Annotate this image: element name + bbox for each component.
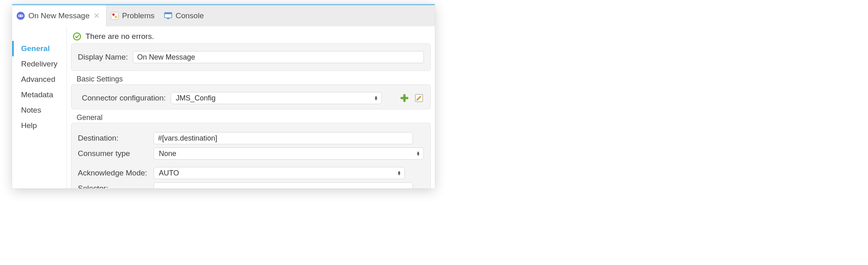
tab-problems[interactable]: Problems xyxy=(107,5,160,26)
sidebar-item-label: Metadata xyxy=(21,90,53,99)
connector-config-label: Connector configuration: xyxy=(82,94,166,103)
general-group: Destination: Consumer type None ▲▼ Ackno… xyxy=(71,123,431,188)
editor-panel: On New Message ✕ Problems Console Genera… xyxy=(12,4,435,188)
sidebar-item-label: Notes xyxy=(21,106,41,114)
destination-input[interactable] xyxy=(154,132,413,144)
svg-point-11 xyxy=(74,34,80,40)
basic-settings-group: Connector configuration: JMS_Config ▲▼ xyxy=(71,84,431,109)
select-value: JMS_Config xyxy=(176,94,216,103)
check-circle-icon xyxy=(73,32,81,41)
svg-point-5 xyxy=(112,13,115,16)
display-name-panel: Display Name: xyxy=(71,43,431,71)
main-content: There are no errors. Display Name: Basic… xyxy=(67,26,435,188)
console-icon xyxy=(164,12,172,20)
sidebar-item-label: Advanced xyxy=(21,75,56,83)
sidebar-item-redelivery[interactable]: Redelivery xyxy=(12,56,66,72)
chevron-updown-icon: ▲▼ xyxy=(416,151,420,156)
close-icon[interactable]: ✕ xyxy=(93,11,100,20)
tab-on-new-message[interactable]: On New Message ✕ xyxy=(12,5,107,26)
ack-mode-select[interactable]: AUTO ▲▼ xyxy=(154,167,405,179)
sidebar-item-metadata[interactable]: Metadata xyxy=(12,87,66,103)
plus-icon xyxy=(400,94,409,103)
sidebar-item-label: Redelivery xyxy=(21,60,58,68)
connector-config-select[interactable]: JMS_Config ▲▼ xyxy=(171,92,382,104)
sidebar: General Redelivery Advanced Metadata Not… xyxy=(12,26,67,188)
general-group-title: General xyxy=(77,113,431,122)
tab-label: Console xyxy=(175,11,204,20)
select-value: AUTO xyxy=(159,169,179,177)
consumer-type-label: Consumer type xyxy=(78,149,149,158)
edit-config-button[interactable] xyxy=(414,93,424,103)
tab-strip: On New Message ✕ Problems Console xyxy=(12,4,435,26)
selector-label: Selector: xyxy=(78,184,149,188)
ack-mode-label: Acknowledge Mode: xyxy=(78,169,149,177)
svg-rect-8 xyxy=(165,13,172,14)
svg-point-6 xyxy=(115,16,117,18)
svg-rect-9 xyxy=(167,18,169,19)
body: General Redelivery Advanced Metadata Not… xyxy=(12,26,435,188)
svg-point-2 xyxy=(19,15,20,17)
tab-label: Problems xyxy=(122,11,154,20)
sidebar-item-general[interactable]: General xyxy=(12,41,66,56)
chevron-updown-icon: ▲▼ xyxy=(374,96,378,100)
sidebar-item-help[interactable]: Help xyxy=(12,118,66,133)
chevron-updown-icon: ▲▼ xyxy=(397,171,401,175)
destination-label: Destination: xyxy=(78,134,149,143)
add-config-button[interactable] xyxy=(400,93,409,103)
tab-console[interactable]: Console xyxy=(160,5,210,26)
select-value: None xyxy=(159,150,176,158)
status-row: There are no errors. xyxy=(71,30,431,43)
svg-point-3 xyxy=(21,15,23,17)
tab-label: On New Message xyxy=(28,11,90,20)
basic-settings-title: Basic Settings xyxy=(77,75,431,83)
sidebar-item-label: General xyxy=(21,44,50,53)
sidebar-item-label: Help xyxy=(21,121,37,130)
svg-rect-4 xyxy=(111,12,118,19)
selector-input[interactable] xyxy=(154,182,413,188)
display-name-input[interactable] xyxy=(133,51,424,63)
svg-rect-13 xyxy=(401,97,408,99)
sidebar-item-advanced[interactable]: Advanced xyxy=(12,72,66,87)
consumer-type-select[interactable]: None ▲▼ xyxy=(154,147,424,160)
edit-icon xyxy=(415,94,423,103)
sidebar-item-notes[interactable]: Notes xyxy=(12,103,66,118)
problems-icon xyxy=(111,12,119,20)
connector-icon xyxy=(16,11,25,20)
display-name-label: Display Name: xyxy=(78,53,128,62)
status-text: There are no errors. xyxy=(86,32,154,41)
